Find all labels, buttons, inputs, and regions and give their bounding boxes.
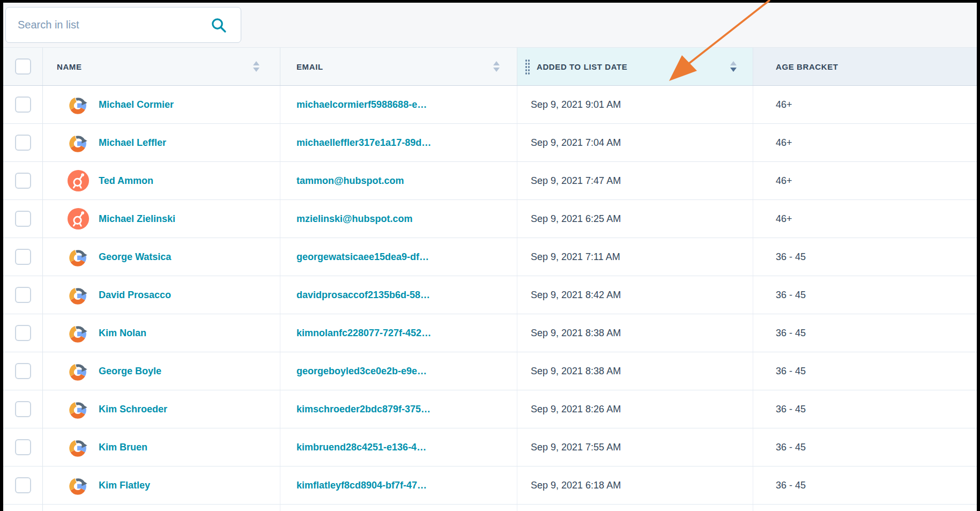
- name-cell: Michael Leffler: [43, 124, 280, 161]
- age-bracket-cell: 36 - 45: [753, 314, 977, 352]
- added-date-value: Sep 9, 2021 7:04 AM: [531, 137, 621, 149]
- contact-name-link[interactable]: Michael Leffler: [99, 137, 166, 149]
- contact-name-link[interactable]: Ted Ammon: [99, 175, 153, 187]
- column-header-added-to-list-date[interactable]: ADDED TO LIST DATE: [517, 48, 753, 85]
- contact-name-link[interactable]: Kim Nolan: [99, 328, 146, 339]
- email-cell: michaelleffler317e1a17-89d…: [280, 124, 517, 161]
- added-date-cell: Sep 9, 2021 7:47 AM: [517, 162, 753, 199]
- google-sync-avatar: [67, 322, 90, 344]
- contact-email-link[interactable]: kimbruend28c4251-e136-4…: [296, 442, 426, 453]
- added-date-value: Sep 9, 2021 8:26 AM: [531, 404, 621, 415]
- email-cell: tammon@hubspot.com: [280, 162, 517, 199]
- name-cell: Kim Schroeder: [43, 390, 280, 428]
- added-date-value: Sep 9, 2021 7:47 AM: [531, 175, 621, 187]
- email-cell: kimnolanfc228077-727f-452…: [280, 314, 517, 352]
- drag-handle-icon[interactable]: [525, 58, 530, 75]
- google-sync-avatar: [67, 131, 90, 154]
- contact-email-link[interactable]: georgeboyled3ce0e2b-e9e…: [296, 366, 427, 377]
- contact-email-link[interactable]: davidprosaccof2135b6d-58…: [296, 290, 430, 301]
- contact-email-link[interactable]: georgewatsicaee15dea9-df…: [296, 251, 429, 263]
- contact-email-link[interactable]: kimnolanfc228077-727f-452…: [296, 328, 431, 339]
- row-checkbox[interactable]: [15, 439, 31, 455]
- added-date-cell: Sep 9, 2021 8:26 AM: [517, 390, 753, 428]
- sort-arrows-icon: [493, 61, 500, 72]
- sort-arrows-icon: [730, 61, 737, 72]
- added-date-value: Sep 9, 2021 7:11 AM: [531, 251, 620, 263]
- age-bracket-cell: 36 - 45: [753, 390, 977, 428]
- email-cell: mzielinski@hubspot.com: [280, 200, 517, 238]
- age-bracket-cell: 36 - 45: [753, 276, 977, 314]
- table-row: George Boyle georgeboyled3ce0e2b-e9e… Se…: [3, 352, 977, 390]
- age-bracket-value: 46+: [776, 137, 792, 149]
- select-all-checkbox[interactable]: [15, 58, 31, 75]
- row-checkbox[interactable]: [15, 173, 31, 189]
- email-cell: davidprosaccof2135b6d-58…: [280, 276, 517, 314]
- google-sync-avatar: [67, 474, 90, 497]
- contact-name-link[interactable]: Michael Zielinski: [99, 213, 175, 225]
- added-date-cell: [517, 505, 753, 511]
- table-row: Michael Leffler michaelleffler317e1a17-8…: [3, 124, 977, 162]
- email-cell: kimschroeder2bdc879f-375…: [280, 390, 517, 428]
- added-date-value: Sep 9, 2021 8:42 AM: [531, 290, 621, 301]
- email-cell: georgewatsicaee15dea9-df…: [280, 238, 517, 276]
- added-date-value: Sep 9, 2021 6:18 AM: [531, 480, 621, 491]
- contact-name-link[interactable]: Michael Cormier: [99, 99, 174, 110]
- email-cell: georgeboyled3ce0e2b-e9e…: [280, 352, 517, 390]
- age-bracket-value: 46+: [776, 175, 792, 187]
- age-bracket-cell: 46+: [753, 124, 977, 161]
- row-checkbox[interactable]: [15, 249, 31, 265]
- age-bracket-value: 36 - 45: [776, 328, 806, 339]
- age-bracket-cell: 46+: [753, 162, 977, 199]
- name-cell: Kim Bruen: [43, 428, 280, 466]
- row-checkbox[interactable]: [15, 363, 31, 379]
- column-label: ADDED TO LIST DATE: [537, 62, 627, 71]
- column-header-age-bracket[interactable]: AGE BRACKET: [753, 48, 977, 85]
- contact-name-link[interactable]: Kim Bruen: [99, 442, 147, 453]
- table-row: Ted Ammon tammon@hubspot.com Sep 9, 2021…: [3, 162, 977, 200]
- search-input[interactable]: [6, 19, 211, 31]
- column-label: NAME: [57, 62, 82, 71]
- age-bracket-cell: 46+: [753, 200, 977, 238]
- contact-email-link[interactable]: michaelcormierf5988688-e…: [296, 99, 427, 110]
- row-checkbox[interactable]: [15, 477, 31, 493]
- row-checkbox[interactable]: [15, 211, 31, 227]
- row-checkbox[interactable]: [15, 401, 31, 417]
- table-row: Michael Zielinski mzielinski@hubspot.com…: [3, 200, 977, 238]
- contact-name-link[interactable]: Kim Schroeder: [99, 404, 167, 415]
- row-checkbox[interactable]: [15, 287, 31, 303]
- row-checkbox-cell: [3, 200, 43, 238]
- hubspot-avatar: [67, 169, 90, 192]
- age-bracket-value: 36 - 45: [776, 404, 806, 415]
- row-checkbox[interactable]: [15, 325, 31, 341]
- row-checkbox[interactable]: [15, 135, 31, 151]
- name-cell: David Prosacco: [43, 276, 280, 314]
- sort-arrows-icon: [253, 61, 259, 72]
- screenshot-frame-right: [977, 0, 980, 511]
- age-bracket-cell: 36 - 45: [753, 466, 977, 504]
- name-cell: Michael Cormier: [43, 86, 280, 123]
- contact-email-link[interactable]: kimschroeder2bdc879f-375…: [296, 404, 430, 415]
- contact-name-link[interactable]: David Prosacco: [99, 290, 171, 301]
- email-cell: kimflatleyf8cd8904-bf7f-47…: [280, 466, 517, 504]
- row-checkbox-cell: [3, 124, 43, 161]
- contact-email-link[interactable]: mzielinski@hubspot.com: [296, 213, 413, 225]
- added-date-cell: Sep 9, 2021 8:38 AM: [517, 352, 753, 390]
- contact-email-link[interactable]: michaelleffler317e1a17-89d…: [296, 137, 431, 149]
- header-checkbox-cell: [3, 48, 43, 85]
- contact-email-link[interactable]: kimflatleyf8cd8904-bf7f-47…: [296, 480, 427, 491]
- contact-name-link[interactable]: George Boyle: [99, 366, 161, 377]
- column-header-name[interactable]: NAME: [43, 48, 280, 85]
- name-cell: George Boyle: [43, 352, 280, 390]
- name-cell: Ted Ammon: [43, 162, 280, 199]
- row-checkbox[interactable]: [15, 97, 31, 113]
- contact-name-link[interactable]: Kim Flatley: [99, 480, 150, 491]
- added-date-cell: Sep 9, 2021 6:25 AM: [517, 200, 753, 238]
- column-label: AGE BRACKET: [776, 62, 838, 71]
- table-row: Michael Cormier michaelcormierf5988688-e…: [3, 86, 977, 124]
- search-icon[interactable]: [211, 17, 227, 33]
- contact-name-link[interactable]: George Watsica: [99, 251, 171, 263]
- contact-email-link[interactable]: tammon@hubspot.com: [296, 175, 404, 187]
- table-row: Kim Bruen kimbruend28c4251-e136-4… Sep 9…: [3, 428, 977, 466]
- column-header-email[interactable]: EMAIL: [280, 48, 517, 85]
- added-date-value: Sep 9, 2021 8:38 AM: [531, 366, 621, 377]
